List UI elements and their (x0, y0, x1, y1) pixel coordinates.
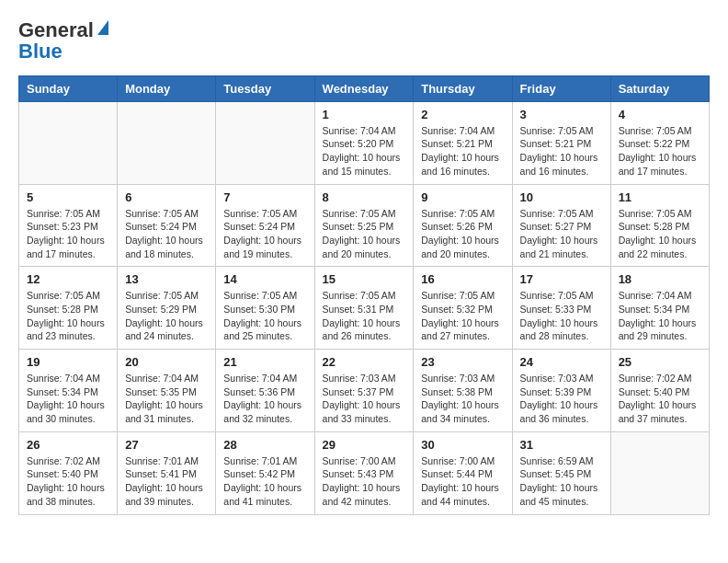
day-info: Sunrise: 7:05 AM Sunset: 5:30 PM Dayligh… (223, 289, 306, 343)
svg-marker-0 (97, 20, 108, 35)
calendar-cell: 12Sunrise: 7:05 AM Sunset: 5:28 PM Dayli… (19, 267, 118, 350)
calendar-cell: 3Sunrise: 7:05 AM Sunset: 5:21 PM Daylig… (512, 101, 610, 184)
day-info: Sunrise: 6:59 AM Sunset: 5:45 PM Dayligh… (520, 454, 603, 509)
calendar-cell: 31Sunrise: 6:59 AM Sunset: 5:45 PM Dayli… (512, 431, 610, 514)
calendar-cell (610, 431, 709, 514)
calendar-cell: 10Sunrise: 7:05 AM Sunset: 5:27 PM Dayli… (512, 184, 610, 267)
day-info: Sunrise: 7:05 AM Sunset: 5:31 PM Dayligh… (323, 289, 406, 343)
calendar-cell: 22Sunrise: 7:03 AM Sunset: 5:37 PM Dayli… (314, 350, 414, 432)
calendar-cell: 16Sunrise: 7:05 AM Sunset: 5:32 PM Dayli… (414, 267, 512, 350)
day-info: Sunrise: 7:05 AM Sunset: 5:28 PM Dayligh… (27, 289, 109, 343)
calendar-cell: 14Sunrise: 7:05 AM Sunset: 5:30 PM Dayli… (216, 267, 314, 350)
day-info: Sunrise: 7:03 AM Sunset: 5:39 PM Dayligh… (520, 372, 603, 426)
day-number: 25 (619, 355, 701, 369)
day-number: 2 (421, 108, 504, 121)
calendar-cell: 9Sunrise: 7:05 AM Sunset: 5:26 PM Daylig… (414, 184, 512, 267)
calendar-cell: 24Sunrise: 7:03 AM Sunset: 5:39 PM Dayli… (512, 350, 610, 432)
day-info: Sunrise: 7:04 AM Sunset: 5:34 PM Dayligh… (27, 372, 109, 426)
calendar-week-row: 19Sunrise: 7:04 AM Sunset: 5:34 PM Dayli… (19, 350, 710, 432)
day-number: 4 (619, 108, 701, 121)
day-header-thursday: Thursday (414, 75, 512, 101)
calendar-cell: 15Sunrise: 7:05 AM Sunset: 5:31 PM Dayli… (314, 267, 414, 350)
day-number: 21 (223, 355, 306, 369)
calendar-cell: 5Sunrise: 7:05 AM Sunset: 5:23 PM Daylig… (19, 184, 118, 267)
day-number: 28 (223, 438, 306, 452)
calendar-cell: 18Sunrise: 7:04 AM Sunset: 5:34 PM Dayli… (610, 267, 709, 350)
calendar-cell: 30Sunrise: 7:00 AM Sunset: 5:44 PM Dayli… (414, 431, 512, 514)
day-info: Sunrise: 7:04 AM Sunset: 5:20 PM Dayligh… (323, 124, 406, 178)
day-info: Sunrise: 7:04 AM Sunset: 5:35 PM Dayligh… (125, 372, 208, 426)
calendar-cell: 25Sunrise: 7:02 AM Sunset: 5:40 PM Dayli… (610, 350, 709, 432)
calendar-cell: 2Sunrise: 7:04 AM Sunset: 5:21 PM Daylig… (414, 101, 512, 184)
calendar-cell: 20Sunrise: 7:04 AM Sunset: 5:35 PM Dayli… (118, 350, 216, 432)
day-number: 11 (619, 190, 701, 204)
day-number: 29 (323, 438, 406, 452)
calendar-cell: 17Sunrise: 7:05 AM Sunset: 5:33 PM Dayli… (512, 267, 610, 350)
day-info: Sunrise: 7:00 AM Sunset: 5:44 PM Dayligh… (421, 454, 504, 509)
day-header-wednesday: Wednesday (314, 75, 414, 101)
day-header-tuesday: Tuesday (216, 75, 314, 101)
day-info: Sunrise: 7:05 AM Sunset: 5:23 PM Dayligh… (27, 207, 109, 261)
day-number: 14 (223, 272, 306, 286)
day-info: Sunrise: 7:04 AM Sunset: 5:21 PM Dayligh… (421, 124, 504, 178)
calendar-cell: 11Sunrise: 7:05 AM Sunset: 5:28 PM Dayli… (610, 184, 709, 267)
day-number: 1 (323, 108, 406, 121)
day-number: 3 (520, 108, 603, 121)
day-info: Sunrise: 7:01 AM Sunset: 5:42 PM Dayligh… (223, 454, 306, 509)
calendar-cell: 7Sunrise: 7:05 AM Sunset: 5:24 PM Daylig… (216, 184, 314, 267)
day-header-monday: Monday (118, 75, 216, 101)
day-info: Sunrise: 7:00 AM Sunset: 5:43 PM Dayligh… (323, 454, 406, 509)
calendar-cell: 26Sunrise: 7:02 AM Sunset: 5:40 PM Dayli… (19, 431, 118, 514)
day-number: 30 (421, 438, 504, 452)
day-info: Sunrise: 7:05 AM Sunset: 5:28 PM Dayligh… (619, 207, 701, 261)
day-number: 8 (323, 190, 406, 204)
day-number: 15 (323, 272, 406, 286)
calendar-cell: 28Sunrise: 7:01 AM Sunset: 5:42 PM Dayli… (216, 431, 314, 514)
logo-blue-text: Blue (18, 42, 63, 61)
calendar-cell (216, 101, 314, 184)
calendar-cell: 19Sunrise: 7:04 AM Sunset: 5:34 PM Dayli… (19, 350, 118, 432)
day-info: Sunrise: 7:02 AM Sunset: 5:40 PM Dayligh… (27, 454, 109, 509)
calendar-header-row: SundayMondayTuesdayWednesdayThursdayFrid… (19, 75, 710, 101)
calendar-cell (19, 101, 118, 184)
day-number: 7 (223, 190, 306, 204)
calendar-week-row: 5Sunrise: 7:05 AM Sunset: 5:23 PM Daylig… (19, 184, 710, 267)
calendar-table: SundayMondayTuesdayWednesdayThursdayFrid… (18, 75, 710, 515)
calendar-week-row: 1Sunrise: 7:04 AM Sunset: 5:20 PM Daylig… (19, 101, 710, 184)
calendar-cell (118, 101, 216, 184)
day-number: 12 (27, 272, 109, 286)
day-info: Sunrise: 7:05 AM Sunset: 5:29 PM Dayligh… (125, 289, 208, 343)
calendar-week-row: 12Sunrise: 7:05 AM Sunset: 5:28 PM Dayli… (19, 267, 710, 350)
day-info: Sunrise: 7:03 AM Sunset: 5:38 PM Dayligh… (421, 372, 504, 426)
day-number: 20 (125, 355, 208, 369)
day-info: Sunrise: 7:05 AM Sunset: 5:26 PM Dayligh… (421, 207, 504, 261)
day-info: Sunrise: 7:05 AM Sunset: 5:22 PM Dayligh… (619, 124, 701, 178)
day-number: 16 (421, 272, 504, 286)
calendar-week-row: 26Sunrise: 7:02 AM Sunset: 5:40 PM Dayli… (19, 431, 710, 514)
day-header-saturday: Saturday (610, 75, 709, 101)
day-header-friday: Friday (512, 75, 610, 101)
day-info: Sunrise: 7:05 AM Sunset: 5:25 PM Dayligh… (323, 207, 406, 261)
day-number: 19 (27, 355, 109, 369)
calendar-cell: 29Sunrise: 7:00 AM Sunset: 5:43 PM Dayli… (314, 431, 414, 514)
day-number: 9 (421, 190, 504, 204)
calendar-cell: 1Sunrise: 7:04 AM Sunset: 5:20 PM Daylig… (314, 101, 414, 184)
day-number: 5 (27, 190, 109, 204)
day-number: 27 (125, 438, 208, 452)
logo-triangle-icon (96, 20, 108, 39)
logo: General Blue (18, 18, 108, 61)
day-info: Sunrise: 7:03 AM Sunset: 5:37 PM Dayligh… (323, 372, 406, 426)
day-info: Sunrise: 7:05 AM Sunset: 5:24 PM Dayligh… (223, 207, 306, 261)
calendar-cell: 27Sunrise: 7:01 AM Sunset: 5:41 PM Dayli… (118, 431, 216, 514)
calendar-cell: 4Sunrise: 7:05 AM Sunset: 5:22 PM Daylig… (610, 101, 709, 184)
day-info: Sunrise: 7:05 AM Sunset: 5:21 PM Dayligh… (520, 124, 603, 178)
day-number: 26 (27, 438, 109, 452)
page-header: General Blue (18, 18, 710, 61)
day-number: 31 (520, 438, 603, 452)
day-number: 18 (619, 272, 701, 286)
day-info: Sunrise: 7:05 AM Sunset: 5:27 PM Dayligh… (520, 207, 603, 261)
calendar-cell: 21Sunrise: 7:04 AM Sunset: 5:36 PM Dayli… (216, 350, 314, 432)
day-number: 10 (520, 190, 603, 204)
day-info: Sunrise: 7:05 AM Sunset: 5:24 PM Dayligh… (125, 207, 208, 261)
day-info: Sunrise: 7:02 AM Sunset: 5:40 PM Dayligh… (619, 372, 701, 426)
